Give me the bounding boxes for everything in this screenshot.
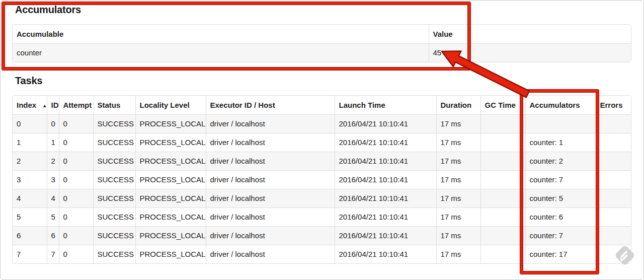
task-cell-status: SUCCESS <box>93 245 135 263</box>
launch-time-column-header[interactable]: Launch Time <box>335 96 436 114</box>
task-cell-duration: 17 ms <box>436 189 480 207</box>
task-cell-errors <box>596 189 631 207</box>
task-cell-id: 5 <box>47 207 59 226</box>
task-cell-locality-level: PROCESS_LOCAL <box>135 170 206 189</box>
task-cell-status: SUCCESS <box>93 170 135 189</box>
task-cell-locality-level: PROCESS_LOCAL <box>135 152 206 170</box>
task-cell-launch-time: 2016/04/21 10:10:41 <box>335 226 436 245</box>
task-cell-status: SUCCESS <box>93 189 135 207</box>
task-cell-executor-id-host: driver / localhost <box>206 226 335 245</box>
task-cell-accumulators: counter: 2 <box>525 152 596 170</box>
tasks-table-body: 000SUCCESSPROCESS_LOCALdriver / localhos… <box>13 114 631 263</box>
task-cell-accumulators: counter: 7 <box>525 226 596 245</box>
task-cell-executor-id-host: driver / localhost <box>206 207 335 226</box>
index-column-label: Index <box>17 101 36 109</box>
task-cell-index: 7 <box>13 245 47 263</box>
task-cell-attempt: 0 <box>59 207 93 226</box>
task-cell-gc-time <box>480 170 525 189</box>
task-cell-duration: 17 ms <box>436 170 480 189</box>
task-cell-launch-time: 2016/04/21 10:10:41 <box>335 207 436 226</box>
task-cell-duration: 17 ms <box>436 133 480 152</box>
duration-column-header[interactable]: Duration <box>436 96 480 114</box>
executor-id-host-column-header[interactable]: Executor ID / Host <box>206 96 335 114</box>
task-cell-errors <box>596 133 631 152</box>
task-cell-index: 4 <box>13 189 47 207</box>
accumulable-value-cell: 45 <box>429 43 631 62</box>
task-cell-id: 7 <box>47 245 59 263</box>
task-cell-executor-id-host: driver / localhost <box>206 170 335 189</box>
task-cell-attempt: 0 <box>59 133 93 152</box>
task-cell-accumulators <box>525 114 596 133</box>
task-cell-executor-id-host: driver / localhost <box>206 189 335 207</box>
task-cell-id: 2 <box>47 152 59 170</box>
task-cell-id: 0 <box>47 114 59 133</box>
task-cell-executor-id-host: driver / localhost <box>206 133 335 152</box>
task-cell-locality-level: PROCESS_LOCAL <box>135 245 206 263</box>
locality-level-column-header[interactable]: Locality Level <box>135 96 206 114</box>
task-row: 110SUCCESSPROCESS_LOCALdriver / localhos… <box>13 133 631 152</box>
task-cell-id: 3 <box>47 170 59 189</box>
task-cell-executor-id-host: driver / localhost <box>206 152 335 170</box>
errors-column-header[interactable]: Errors <box>596 96 631 114</box>
task-row: 660SUCCESSPROCESS_LOCALdriver / localhos… <box>13 226 631 245</box>
task-cell-gc-time <box>480 207 525 226</box>
index-column-header[interactable]: Index▲ <box>13 96 47 114</box>
task-cell-status: SUCCESS <box>93 207 135 226</box>
task-cell-duration: 17 ms <box>436 152 480 170</box>
task-cell-index: 5 <box>13 207 47 226</box>
task-cell-id: 6 <box>47 226 59 245</box>
task-row: 550SUCCESSPROCESS_LOCALdriver / localhos… <box>13 207 631 226</box>
tasks-section-title: Tasks <box>15 75 42 87</box>
task-cell-locality-level: PROCESS_LOCAL <box>135 114 206 133</box>
task-cell-accumulators: counter: 1 <box>525 133 596 152</box>
task-row: 220SUCCESSPROCESS_LOCALdriver / localhos… <box>13 152 631 170</box>
page-frame: Accumulators Accumulable Value counter 4… <box>0 0 644 280</box>
task-cell-status: SUCCESS <box>93 133 135 152</box>
task-cell-attempt: 0 <box>59 245 93 263</box>
task-row: 770SUCCESSPROCESS_LOCALdriver / localhos… <box>13 245 631 263</box>
sort-ascending-icon: ▲ <box>42 103 47 108</box>
id-column-header[interactable]: ID <box>47 96 59 114</box>
task-cell-index: 1 <box>13 133 47 152</box>
task-cell-gc-time <box>480 245 525 263</box>
task-cell-duration: 17 ms <box>436 245 480 263</box>
task-row: 440SUCCESSPROCESS_LOCALdriver / localhos… <box>13 189 631 207</box>
task-cell-duration: 17 ms <box>436 114 480 133</box>
task-row: 330SUCCESSPROCESS_LOCALdriver / localhos… <box>13 170 631 189</box>
task-cell-id: 1 <box>47 133 59 152</box>
task-row: 000SUCCESSPROCESS_LOCALdriver / localhos… <box>13 114 631 133</box>
task-cell-launch-time: 2016/04/21 10:10:41 <box>335 152 436 170</box>
task-cell-errors <box>596 152 631 170</box>
attempt-column-header[interactable]: Attempt <box>59 96 93 114</box>
task-cell-accumulators: counter: 17 <box>525 245 596 263</box>
accumulable-name-cell: counter <box>13 43 429 62</box>
task-cell-gc-time <box>480 226 525 245</box>
task-cell-launch-time: 2016/04/21 10:10:41 <box>335 189 436 207</box>
task-cell-attempt: 0 <box>59 189 93 207</box>
task-cell-attempt: 0 <box>59 152 93 170</box>
task-cell-status: SUCCESS <box>93 226 135 245</box>
task-cell-launch-time: 2016/04/21 10:10:41 <box>335 114 436 133</box>
task-cell-errors <box>596 245 631 263</box>
task-cell-duration: 17 ms <box>436 207 480 226</box>
task-cell-accumulators: counter: 7 <box>525 170 596 189</box>
task-cell-accumulators: counter: 5 <box>525 189 596 207</box>
status-column-header[interactable]: Status <box>93 96 135 114</box>
task-cell-locality-level: PROCESS_LOCAL <box>135 133 206 152</box>
task-cell-launch-time: 2016/04/21 10:10:41 <box>335 133 436 152</box>
task-cell-launch-time: 2016/04/21 10:10:41 <box>335 245 436 263</box>
task-cell-errors <box>596 207 631 226</box>
task-cell-gc-time <box>480 114 525 133</box>
task-cell-launch-time: 2016/04/21 10:10:41 <box>335 170 436 189</box>
task-cell-locality-level: PROCESS_LOCAL <box>135 207 206 226</box>
task-cell-index: 3 <box>13 170 47 189</box>
task-cell-accumulators: counter: 6 <box>525 207 596 226</box>
tasks-table: Index▲ ID Attempt Status Locality Level … <box>12 95 631 264</box>
value-column-header: Value <box>429 25 631 43</box>
task-cell-executor-id-host: driver / localhost <box>206 114 335 133</box>
task-cell-locality-level: PROCESS_LOCAL <box>135 189 206 207</box>
task-cell-errors <box>596 170 631 189</box>
gc-time-column-header[interactable]: GC Time <box>480 96 525 114</box>
accumulators-section-title: Accumulators <box>15 4 81 16</box>
accumulators-column-header[interactable]: Accumulators <box>525 96 596 114</box>
